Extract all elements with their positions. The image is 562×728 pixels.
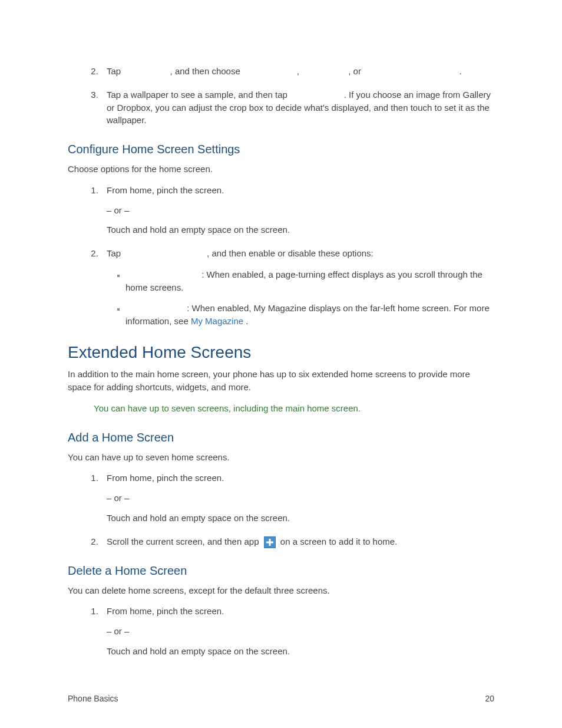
- step2-blank4: [363, 66, 457, 76]
- page: Tap , and then choose , , or . Ta: [0, 0, 562, 728]
- delete-heading: Delete a Home Screen: [68, 562, 494, 579]
- add-intro: You can have up to seven home screens.: [68, 451, 494, 464]
- step3-a: Tap a wallpaper to see a sample, and the…: [107, 90, 290, 100]
- svg-rect-3: [266, 541, 273, 543]
- step3-blank: [290, 90, 342, 100]
- extended-intro: In addition to the main home screen, you…: [68, 368, 494, 394]
- add-step-2: Scroll the current screen, and then app …: [101, 535, 494, 548]
- plus-icon: [264, 536, 276, 548]
- add-heading: Add a Home Screen: [68, 429, 494, 446]
- del-step-1: From home, pinch the screen. – or – Touc…: [101, 605, 494, 657]
- configure-intro: Choose options for the home screen.: [68, 163, 494, 176]
- cfg2-blank: [123, 248, 204, 258]
- my-magazine-link[interactable]: My Magazine: [191, 316, 243, 326]
- step2-t1: Tap: [107, 66, 123, 76]
- cfg2-t2: , and then enable or disable these optio…: [207, 248, 373, 258]
- cfg1-b: Touch and hold an empty space on the scr…: [107, 223, 494, 236]
- cfg-option-1: : When enabled, a page-turning effect di…: [125, 268, 494, 294]
- add2-b: on a screen to add it to home.: [280, 536, 397, 546]
- add2-a: Scroll the current screen, and then app: [107, 536, 262, 546]
- add1-a: From home, pinch the screen.: [107, 473, 224, 483]
- cfg1-a: From home, pinch the screen.: [107, 185, 224, 195]
- wallpaper-steps: Tap , and then choose , , or . Ta: [68, 65, 494, 127]
- configure-steps: From home, pinch the screen. – or – Touc…: [68, 184, 494, 328]
- configure-heading: Configure Home Screen Settings: [68, 141, 494, 158]
- delete-steps: From home, pinch the screen. – or – Touc…: [68, 605, 494, 657]
- cfg1-or: – or –: [107, 204, 494, 217]
- add-step-1: From home, pinch the screen. – or – Touc…: [101, 472, 494, 524]
- cfg-option-2: : When enabled, My Magazine displays on …: [125, 302, 494, 328]
- footer-section: Phone Basics: [68, 693, 118, 704]
- add-steps: From home, pinch the screen. – or – Touc…: [68, 472, 494, 548]
- cfg2-t1: Tap: [107, 248, 123, 258]
- step2-t2: , and then choose: [170, 66, 243, 76]
- step-2: Tap , and then choose , , or .: [101, 65, 494, 78]
- step-3: Tap a wallpaper to see a sample, and the…: [101, 88, 494, 127]
- del1-or: – or –: [107, 625, 494, 638]
- step2-blank1: [123, 66, 167, 76]
- step2-t4: , or: [348, 66, 363, 76]
- step2-blank2: [243, 66, 295, 76]
- page-footer: Phone Basics 20: [68, 693, 494, 704]
- add1-b: Touch and hold an empty space on the scr…: [107, 512, 494, 525]
- cfg-options-list: : When enabled, a page-turning effect di…: [107, 268, 494, 328]
- opt2-text2: .: [246, 316, 248, 326]
- opt2-blank: [125, 303, 184, 313]
- extended-heading: Extended Home Screens: [68, 341, 494, 365]
- del1-a: From home, pinch the screen.: [107, 606, 224, 616]
- opt1-blank: [125, 269, 199, 279]
- add1-or: – or –: [107, 492, 494, 505]
- note-text: You can have up to seven screens, includ…: [94, 403, 361, 413]
- cfg-step-1: From home, pinch the screen. – or – Touc…: [101, 184, 494, 236]
- step2-t5: .: [459, 66, 462, 76]
- step2-t3: ,: [297, 66, 302, 76]
- delete-intro: You can delete home screens, except for …: [68, 584, 494, 597]
- cfg-step-2: Tap , and then enable or disable these o…: [101, 247, 494, 328]
- step2-blank3: [302, 66, 346, 76]
- del1-b: Touch and hold an empty space on the scr…: [107, 645, 494, 658]
- footer-page-number: 20: [485, 693, 494, 704]
- note-block: You can have up to seven screens, includ…: [94, 402, 494, 415]
